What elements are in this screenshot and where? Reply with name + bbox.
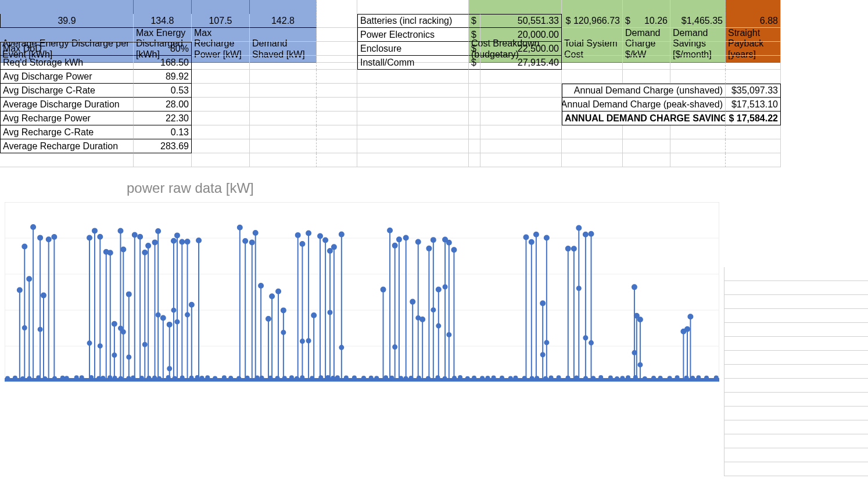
metric-label-0[interactable]: Max DoD — [0, 42, 134, 56]
cost-curr-1[interactable]: $ — [469, 28, 480, 42]
cost-amount-1[interactable]: 20,000.00 — [480, 28, 562, 42]
cell-blank[interactable] — [192, 98, 250, 111]
metric-value-7[interactable]: 283.69 — [134, 139, 192, 153]
cost-curr-0[interactable]: $ — [469, 14, 480, 28]
cell-blank[interactable] — [480, 70, 562, 84]
cell-blank[interactable] — [726, 56, 781, 70]
cell-blank[interactable] — [480, 153, 562, 167]
cell-blank[interactable] — [726, 125, 781, 139]
cell-blank[interactable] — [469, 70, 480, 84]
cost-label-2[interactable]: Enclosure — [357, 42, 469, 56]
cell-blank[interactable] — [250, 139, 317, 153]
annual-value-1[interactable]: $17,513.10 — [726, 98, 781, 111]
cell-blank[interactable] — [134, 153, 192, 167]
cost-label-1[interactable]: Power Electronics — [357, 28, 469, 42]
cell-blank[interactable] — [469, 84, 480, 98]
cell-blank[interactable] — [317, 125, 357, 139]
cell-blank[interactable] — [250, 84, 317, 98]
cell-blank[interactable] — [562, 28, 623, 42]
value-demand-shaved[interactable]: 142.8 — [250, 14, 317, 28]
cell-blank[interactable] — [250, 111, 317, 125]
cell-blank[interactable] — [317, 111, 357, 125]
metric-value-2[interactable]: 89.92 — [134, 70, 192, 84]
cell-blank[interactable] — [623, 153, 670, 167]
cell-blank[interactable] — [317, 98, 357, 111]
cell-blank[interactable] — [192, 125, 250, 139]
cell-blank[interactable] — [670, 42, 726, 56]
cell-blank[interactable] — [0, 153, 134, 167]
cell-blank[interactable] — [480, 98, 562, 111]
cost-amount-2[interactable]: 22,500.00 — [480, 42, 562, 56]
annual-label-0[interactable]: Annual Demand Charge (unshaved) — [562, 84, 726, 98]
cell-blank[interactable] — [250, 153, 317, 167]
cell-blank[interactable] — [670, 125, 726, 139]
metric-label-1[interactable]: Req'd Storage kWh — [0, 56, 134, 70]
cell-blank[interactable] — [192, 111, 250, 125]
cost-label-3[interactable]: Install/Comm — [357, 56, 469, 70]
cell-blank[interactable] — [562, 42, 623, 56]
cell-blank[interactable] — [480, 111, 562, 125]
cell-blank[interactable] — [623, 139, 670, 153]
cell-blank[interactable] — [562, 153, 623, 167]
cell-blank[interactable] — [469, 98, 480, 111]
cell-blank[interactable] — [562, 125, 623, 139]
cell-blank[interactable] — [192, 153, 250, 167]
value-demand-charge[interactable]: $10.26 — [623, 14, 670, 28]
cell-blank[interactable] — [670, 139, 726, 153]
cell-blank[interactable] — [726, 28, 781, 42]
cell-blank[interactable] — [250, 28, 317, 42]
cell-blank[interactable] — [192, 42, 250, 56]
cell-blank[interactable] — [357, 111, 469, 125]
metric-label-5[interactable]: Avg Recharge Power — [0, 111, 134, 125]
cell-blank[interactable] — [357, 153, 469, 167]
cell-blank[interactable] — [726, 70, 781, 84]
cell-blank[interactable] — [357, 125, 469, 139]
value-total-system-cost[interactable]: $ 120,966.73 — [562, 14, 623, 28]
metric-value-3[interactable]: 0.53 — [134, 84, 192, 98]
cell-blank[interactable] — [726, 153, 781, 167]
cell-blank[interactable] — [357, 139, 469, 153]
cell-blank[interactable] — [317, 14, 357, 28]
cell-blank[interactable] — [469, 125, 480, 139]
metric-label-3[interactable]: Avg Discharge C-Rate — [0, 84, 134, 98]
cell-blank[interactable] — [670, 56, 726, 70]
cell-blank[interactable] — [0, 28, 134, 42]
cell-blank[interactable] — [134, 28, 192, 42]
cell-blank[interactable] — [623, 28, 670, 42]
cell-blank[interactable] — [192, 84, 250, 98]
metric-label-7[interactable]: Average Recharge Duration — [0, 139, 134, 153]
cell-blank[interactable] — [480, 139, 562, 153]
value-max-energy-discharged[interactable]: 134.8 — [134, 14, 192, 28]
cell-blank[interactable] — [562, 139, 623, 153]
cell-blank[interactable] — [562, 56, 623, 70]
metric-label-4[interactable]: Average Discharge Duration — [0, 98, 134, 111]
power-chart[interactable] — [5, 202, 719, 382]
cell-blank[interactable] — [192, 56, 250, 70]
annual-value-0[interactable]: $35,097.33 — [726, 84, 781, 98]
cell-blank[interactable] — [670, 28, 726, 42]
cell-blank[interactable] — [317, 56, 357, 70]
metric-value-0[interactable]: 80% — [134, 42, 192, 56]
cost-label-0[interactable]: Batteries (incl racking) — [357, 14, 469, 28]
annual-label-2[interactable]: ANNUAL DEMAND CHARGE SAVINGS — [562, 111, 726, 125]
value-straight-payback[interactable]: 6.88 — [726, 14, 781, 28]
cost-amount-3[interactable]: 27,915.40 — [480, 56, 562, 70]
cell-blank[interactable] — [469, 111, 480, 125]
cell-blank[interactable] — [480, 84, 562, 98]
cell-blank[interactable] — [562, 70, 623, 84]
cell-blank[interactable] — [357, 84, 469, 98]
cell-blank[interactable] — [469, 139, 480, 153]
cell-blank[interactable] — [317, 139, 357, 153]
cell-blank[interactable] — [670, 70, 726, 84]
annual-value-2[interactable]: $ 17,584.22 — [726, 111, 781, 125]
cell-blank[interactable] — [623, 70, 670, 84]
metric-value-4[interactable]: 28.00 — [134, 98, 192, 111]
cell-blank[interactable] — [317, 84, 357, 98]
cell-blank[interactable] — [623, 125, 670, 139]
cost-amount-0[interactable]: 50,551.33 — [480, 14, 562, 28]
annual-label-1[interactable]: Annual Demand Charge (peak-shaved) — [562, 98, 726, 111]
cost-curr-2[interactable]: $ — [469, 42, 480, 56]
value-max-recharge-power[interactable]: 107.5 — [192, 14, 250, 28]
cell-blank[interactable] — [250, 125, 317, 139]
cell-blank[interactable] — [623, 42, 670, 56]
